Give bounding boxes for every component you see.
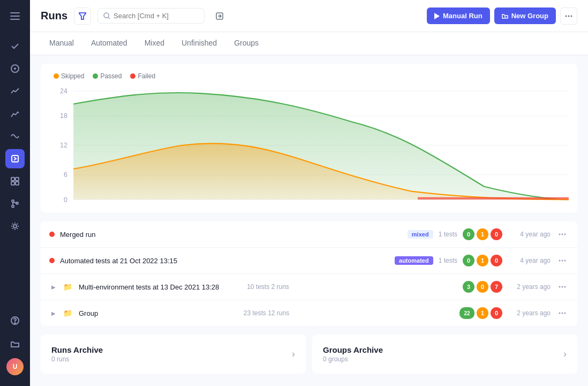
- archive-card-content: Groups Archive 0 groups: [323, 345, 563, 363]
- svg-text:6: 6: [64, 172, 67, 179]
- page-title: Runs: [41, 10, 67, 22]
- runs-archive-card[interactable]: Runs Archive 0 runs ›: [41, 335, 306, 374]
- run-tests-count: 10 tests 2 runs: [247, 283, 289, 291]
- table-row: Merged run mixed 1 tests 0 1 0 4 year ag…: [41, 221, 577, 248]
- svg-marker-22: [434, 13, 440, 19]
- run-name: Merged run: [60, 231, 402, 239]
- svg-point-44: [564, 234, 566, 235]
- skipped-dot: [54, 73, 59, 79]
- svg-rect-8: [11, 182, 14, 185]
- chart-bar-icon[interactable]: [5, 104, 25, 123]
- svg-point-42: [559, 234, 561, 235]
- svg-point-50: [564, 286, 566, 288]
- run-more-button[interactable]: [556, 280, 569, 293]
- svg-rect-7: [16, 177, 19, 181]
- more-options-button[interactable]: [560, 8, 577, 25]
- run-tests-count: 23 tests 12 runs: [244, 309, 289, 317]
- run-counts: 0 1 0: [463, 255, 502, 266]
- tab-manual[interactable]: Manual: [41, 32, 82, 55]
- expand-button[interactable]: ▶: [49, 283, 58, 291]
- svg-point-53: [564, 313, 566, 314]
- help-icon[interactable]: [5, 311, 25, 330]
- run-counts: 22 1 0: [459, 307, 502, 319]
- search-box: [97, 8, 205, 24]
- ellipsis-icon: [565, 15, 572, 17]
- main-content: Runs Manual Run: [30, 0, 588, 386]
- svg-point-25: [566, 15, 567, 17]
- run-badge-mixed: mixed: [408, 230, 433, 239]
- table-row: Automated tests at 21 Oct 2022 13:15 aut…: [41, 248, 577, 274]
- tab-unfinished[interactable]: Unfinished: [173, 32, 225, 55]
- dashboard-icon[interactable]: [5, 59, 25, 78]
- svg-marker-18: [79, 13, 86, 19]
- svg-rect-2: [10, 19, 20, 20]
- filter-button[interactable]: [74, 8, 91, 25]
- groups-archive-count: 0 groups: [323, 355, 563, 363]
- svg-point-11: [12, 205, 14, 207]
- chart-legend: Skipped Passed Failed: [49, 72, 569, 80]
- svg-point-47: [564, 260, 566, 262]
- count-skipped: 1: [477, 255, 488, 266]
- share-icon[interactable]: [211, 8, 228, 25]
- svg-text:0: 0: [64, 196, 67, 204]
- runs-archive-title: Runs Archive: [51, 345, 292, 354]
- chart-container: Skipped Passed Failed: [41, 64, 577, 213]
- play-icon: [434, 13, 440, 19]
- folder-icon: 📁: [63, 283, 72, 291]
- wave-icon[interactable]: [5, 127, 25, 146]
- failed-dot: [130, 73, 135, 79]
- svg-rect-6: [11, 177, 14, 181]
- svg-point-52: [562, 313, 563, 314]
- runs-archive-arrow: ›: [292, 348, 295, 360]
- count-failed: 7: [491, 281, 502, 293]
- run-time: 4 year ago: [508, 231, 551, 238]
- tab-automated[interactable]: Automated: [82, 32, 136, 55]
- svg-text:24: 24: [60, 87, 67, 95]
- runs-list: Merged run mixed 1 tests 0 1 0 4 year ag…: [41, 221, 577, 326]
- archive-card-content: Runs Archive 0 runs: [51, 345, 292, 363]
- run-more-button[interactable]: [556, 307, 569, 320]
- folder-icon: 📁: [63, 309, 72, 317]
- tab-mixed[interactable]: Mixed: [136, 32, 173, 55]
- menu-icon[interactable]: [5, 6, 25, 26]
- tab-groups[interactable]: Groups: [225, 32, 267, 55]
- run-more-button[interactable]: [556, 228, 569, 241]
- count-failed: 0: [491, 307, 502, 319]
- branch-icon[interactable]: [5, 194, 25, 213]
- settings-icon[interactable]: [5, 217, 25, 236]
- search-icon: [103, 12, 110, 19]
- svg-point-49: [562, 286, 563, 288]
- new-group-button[interactable]: New Group: [494, 8, 556, 24]
- check-icon[interactable]: [5, 36, 25, 56]
- run-tests-count: 1 tests: [439, 231, 457, 238]
- groups-archive-arrow: ›: [563, 348, 567, 360]
- run-time: 2 years ago: [508, 283, 551, 291]
- manual-run-button[interactable]: Manual Run: [427, 8, 490, 24]
- analytics-icon[interactable]: [5, 81, 25, 101]
- count-passed: 3: [463, 281, 474, 293]
- run-name: Group: [79, 309, 238, 317]
- status-dot-failed: [49, 258, 55, 263]
- header-actions: Manual Run New Group: [427, 8, 577, 25]
- tabs-bar: Manual Automated Mixed Unfinished Groups: [30, 32, 588, 55]
- folder-icon[interactable]: [5, 335, 25, 354]
- svg-text:18: 18: [60, 113, 67, 120]
- expand-button[interactable]: ▶: [49, 309, 58, 317]
- search-input[interactable]: [114, 12, 189, 20]
- arrow-right-icon[interactable]: [5, 149, 25, 168]
- run-more-button[interactable]: [556, 254, 569, 267]
- svg-point-27: [571, 15, 572, 17]
- legend-skipped: Skipped: [54, 72, 84, 80]
- legend-passed: Passed: [93, 72, 122, 80]
- groups-archive-card[interactable]: Groups Archive 0 groups ›: [312, 335, 577, 374]
- run-counts: 3 0 7: [463, 281, 502, 293]
- content-area: Skipped Passed Failed: [30, 55, 588, 386]
- archive-section: Runs Archive 0 runs › Groups Archive 0 g…: [41, 335, 577, 374]
- chart-svg: 24 18 12 6 0: [49, 86, 569, 204]
- svg-point-15: [13, 225, 17, 228]
- table-grid-icon[interactable]: [5, 172, 25, 191]
- avatar[interactable]: U: [6, 358, 24, 375]
- chart-area: 24 18 12 6 0: [49, 86, 569, 204]
- run-badge-automated: automated: [395, 256, 433, 265]
- run-time: 2 years ago: [508, 309, 551, 317]
